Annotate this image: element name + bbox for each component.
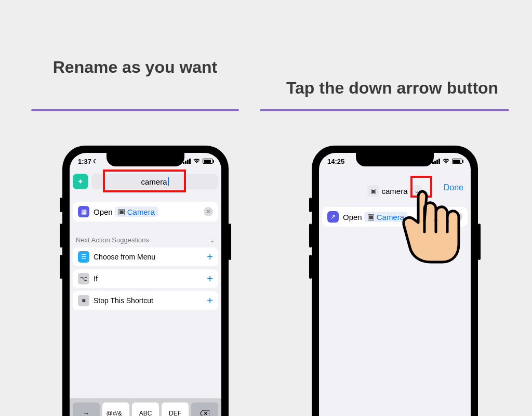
notch [356, 153, 434, 166]
suggestions-header: Next Action Suggestions ⌄ [76, 236, 215, 244]
wifi-icon [193, 158, 201, 165]
add-suggestion-button[interactable]: + [207, 273, 213, 285]
suggestion-label: Stop This Shortcut [94, 296, 153, 305]
suggestion-label: Choose from Menu [94, 253, 155, 261]
if-icon: ⌥ [78, 273, 89, 284]
battery-icon [452, 159, 462, 164]
camera-icon: ▣ [367, 185, 379, 197]
key-def[interactable]: DEF [162, 402, 189, 416]
open-action-icon [327, 211, 339, 223]
add-suggestion-button[interactable]: + [207, 295, 213, 307]
key-abc[interactable]: ABC [132, 402, 159, 416]
status-time: 14:25 [327, 158, 344, 165]
app-name: Camera [127, 207, 155, 216]
stop-icon: ■ [78, 295, 89, 306]
open-label: Open [94, 207, 113, 216]
dnd-moon-icon: ☾ [93, 158, 98, 165]
key-symbols[interactable]: @#/&_ [102, 402, 129, 416]
open-action-icon: ▦ [78, 206, 89, 217]
app-pill[interactable]: ▣ Camera [115, 206, 158, 217]
battery-icon [203, 159, 213, 164]
text-cursor [168, 177, 169, 186]
title-row: ✦ camera [73, 172, 218, 191]
suggestion-item[interactable]: ⌥ If + [73, 269, 218, 288]
caption-right: Tap the down arrow button [275, 78, 509, 98]
chevron-down-icon[interactable]: ⌄ [209, 236, 215, 244]
status-time: 1:37 [78, 158, 91, 165]
notch [107, 153, 184, 166]
camera-icon: ▣ [118, 207, 125, 216]
suggestion-item[interactable]: ■ Stop This Shortcut + [73, 291, 218, 310]
shortcut-title-input[interactable]: camera [91, 174, 218, 189]
wifi-icon [442, 158, 450, 165]
pointing-hand-icon [392, 186, 465, 264]
keyboard: → @#/&_ ABC DEF ↺ GHI JKL MNO 空白 [70, 398, 221, 416]
camera-icon: ▣ [367, 212, 375, 222]
open-app-action[interactable]: ▦ Open ▣ Camera ✕ [73, 202, 218, 222]
add-suggestion-button[interactable]: + [207, 251, 213, 263]
caption-left: Rename as you want [31, 57, 239, 77]
suggestions-list: ☰ Choose from Menu + ⌥ If + ■ Stop This … [73, 248, 218, 313]
underline-left [31, 109, 239, 111]
suggestion-item[interactable]: ☰ Choose from Menu + [73, 248, 218, 266]
key-tab[interactable]: → [73, 402, 100, 416]
menu-icon: ☰ [78, 251, 89, 263]
phone-left: 1:37 ☾ ✦ camera ▦ Open ▣ Camera [62, 146, 229, 416]
suggestion-label: If [94, 275, 98, 283]
underline-right [260, 109, 509, 111]
remove-action-button[interactable]: ✕ [204, 207, 213, 216]
title-text: camera [141, 177, 167, 186]
screen-left: 1:37 ☾ ✦ camera ▦ Open ▣ Camera [70, 153, 221, 416]
suggestions-header-text: Next Action Suggestions [76, 236, 149, 244]
key-backspace[interactable] [191, 402, 218, 416]
open-label: Open [343, 213, 362, 222]
shortcut-app-icon[interactable]: ✦ [73, 174, 88, 189]
